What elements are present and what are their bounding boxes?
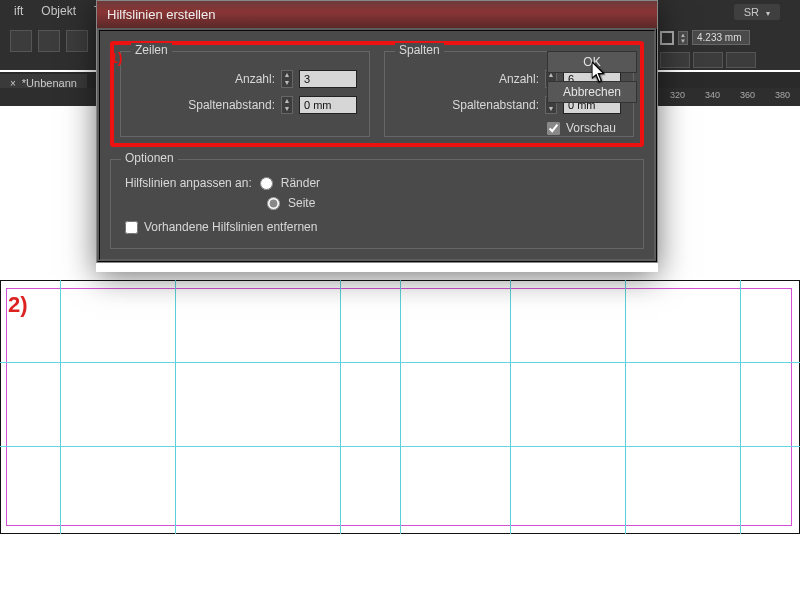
value-stepper[interactable]: ▲▼: [678, 31, 688, 45]
control-strip: ▲▼: [660, 30, 750, 45]
fit-page-label: Seite: [288, 196, 315, 210]
ruler-tick: 340: [705, 90, 720, 100]
dialog-buttons: OK Abbrechen Vorschau: [547, 51, 637, 135]
guide-vertical[interactable]: [340, 280, 341, 534]
dialog-title: Hilfslinien erstellen: [97, 1, 657, 28]
rows-gutter-label: Spaltenabstand:: [188, 98, 275, 112]
guide-vertical[interactable]: [625, 280, 626, 534]
tool-button[interactable]: [726, 52, 756, 68]
menu-item[interactable]: Objekt: [41, 4, 76, 18]
remove-existing-checkbox[interactable]: [125, 221, 138, 234]
rows-legend: Zeilen: [131, 43, 172, 57]
cancel-button[interactable]: Abbrechen: [547, 81, 637, 103]
columns-legend: Spalten: [395, 43, 444, 57]
chevron-down-icon: ▾: [766, 9, 770, 18]
ok-button[interactable]: OK: [547, 51, 637, 73]
margin-frame: [6, 288, 792, 526]
guide-horizontal[interactable]: [0, 446, 800, 447]
guide-horizontal[interactable]: [0, 362, 800, 363]
rows-count-stepper[interactable]: ▲▼: [281, 70, 293, 88]
ruler-tick: 320: [670, 90, 685, 100]
annotation-step-1: 1): [110, 50, 122, 66]
options-legend: Optionen: [121, 151, 178, 165]
rows-group: Zeilen Anzahl: ▲▼ Spaltenabstand: ▲▼: [120, 51, 370, 137]
size-field[interactable]: [692, 30, 750, 45]
guide-vertical[interactable]: [510, 280, 511, 534]
rows-count-label: Anzahl:: [235, 72, 275, 86]
annotation-step-2: 2): [8, 292, 28, 318]
tool-icons-left: [10, 30, 88, 52]
fit-margins-label: Ränder: [281, 176, 320, 190]
cols-count-label: Anzahl:: [499, 72, 539, 86]
fit-margins-radio[interactable]: [260, 177, 273, 190]
ruler-tick: 380: [775, 90, 790, 100]
preview-label: Vorschau: [566, 121, 616, 135]
crop-icon[interactable]: [660, 31, 674, 45]
tool-button[interactable]: [38, 30, 60, 52]
guide-vertical[interactable]: [60, 280, 61, 534]
workspace-switcher[interactable]: SR ▾: [734, 4, 780, 20]
ruler-tick: 360: [740, 90, 755, 100]
guide-vertical[interactable]: [740, 280, 741, 534]
workspace-label: SR: [744, 6, 759, 18]
create-guides-dialog: Hilfslinien erstellen Zeilen Anzahl: ▲▼ …: [96, 0, 658, 263]
preview-checkbox[interactable]: [547, 122, 560, 135]
close-icon[interactable]: ×: [10, 78, 16, 89]
fit-guides-label: Hilfslinien anpassen an:: [125, 176, 252, 190]
rows-gutter-stepper[interactable]: ▲▼: [281, 96, 293, 114]
guide-vertical[interactable]: [400, 280, 401, 534]
tool-button[interactable]: [693, 52, 723, 68]
guide-vertical[interactable]: [175, 280, 176, 534]
remove-existing-label: Vorhandene Hilfslinien entfernen: [144, 220, 317, 234]
control-strip-2: [660, 52, 756, 68]
fit-page-radio[interactable]: [267, 197, 280, 210]
tool-button[interactable]: [66, 30, 88, 52]
cols-gutter-label: Spaltenabstand:: [452, 98, 539, 112]
options-group: Optionen Hilfslinien anpassen an: Ränder…: [110, 159, 644, 249]
rows-gutter-input[interactable]: [299, 96, 357, 114]
tool-button[interactable]: [660, 52, 690, 68]
menu-item[interactable]: ift: [14, 4, 23, 18]
rows-count-input[interactable]: [299, 70, 357, 88]
tool-button[interactable]: [10, 30, 32, 52]
